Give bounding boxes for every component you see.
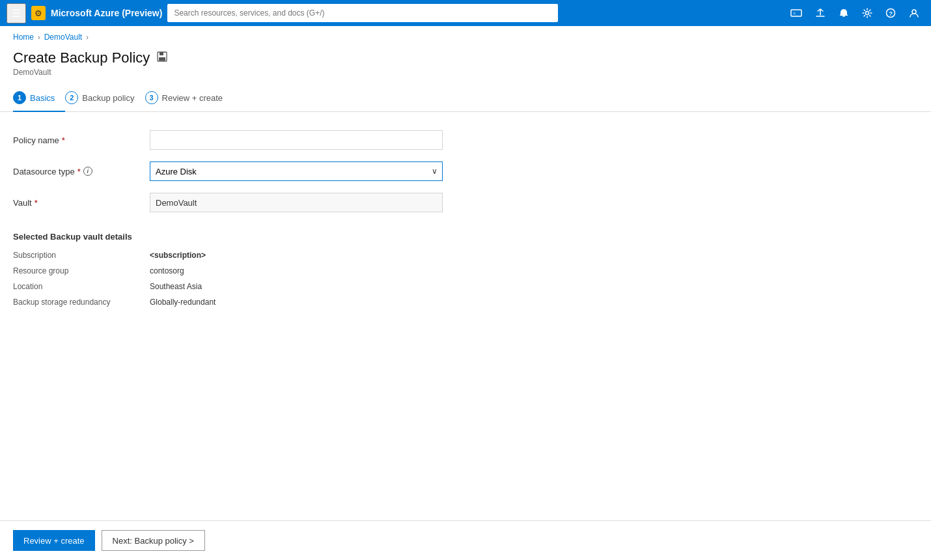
datasource-type-row: Datasource type * i Azure Disk Azure Blo…: [13, 161, 508, 181]
bottom-action-bar: Review + create Next: Backup policy >: [0, 520, 931, 560]
notifications-button[interactable]: [833, 4, 854, 22]
vault-details-title: Selected Backup vault details: [13, 232, 508, 242]
tab-backup-policy-label: Backup policy: [82, 93, 134, 103]
vault-required: *: [35, 198, 38, 208]
datasource-info-icon[interactable]: i: [83, 167, 92, 176]
breadcrumb-home[interactable]: Home: [13, 33, 34, 42]
breadcrumb-sep-2: ›: [86, 33, 89, 41]
detail-redundancy-value: Globally-redundant: [150, 298, 215, 307]
save-icon[interactable]: [156, 51, 168, 65]
tab-review-create[interactable]: 3 Review + create: [145, 85, 234, 112]
policy-name-input[interactable]: [150, 130, 443, 150]
policy-name-row: Policy name *: [13, 130, 508, 150]
vault-details-section: Selected Backup vault details Subscripti…: [13, 232, 508, 307]
detail-location-label: Location: [13, 282, 143, 291]
review-create-button[interactable]: Review + create: [13, 530, 95, 551]
tab-number-2: 2: [65, 91, 78, 104]
app-title: Microsoft Azure (Preview): [51, 8, 162, 18]
topnav-actions: >_ ?: [785, 3, 924, 23]
detail-subscription-row: Subscription <subscription>: [13, 251, 508, 260]
detail-subscription-value: <subscription>: [150, 251, 206, 260]
vault-row: Vault * DemoVault: [13, 193, 508, 212]
svg-rect-8: [159, 57, 165, 61]
tab-review-create-label: Review + create: [162, 93, 223, 103]
settings-button[interactable]: [857, 4, 878, 22]
detail-redundancy-label: Backup storage redundancy: [13, 298, 143, 307]
svg-text:>_: >_: [793, 11, 798, 16]
detail-resourcegroup-label: Resource group: [13, 266, 143, 275]
form-section: Policy name * Datasource type * i Azure …: [13, 130, 508, 307]
main-content: Home › DemoVault › Create Backup Policy …: [0, 26, 931, 560]
breadcrumb-sep-1: ›: [38, 33, 40, 41]
tab-basics-label: Basics: [30, 93, 55, 103]
policy-name-required: *: [62, 135, 65, 145]
breadcrumb: Home › DemoVault ›: [0, 26, 931, 44]
upload-button[interactable]: [810, 4, 831, 22]
datasource-required: *: [77, 167, 81, 176]
top-navigation: ☰ ⚙ Microsoft Azure (Preview) >_ ?: [0, 0, 931, 26]
detail-resourcegroup-row: Resource group contosorg: [13, 266, 508, 275]
cloud-shell-button[interactable]: >_: [785, 3, 807, 23]
page-header: Create Backup Policy DemoVault: [0, 44, 931, 85]
svg-point-5: [912, 10, 916, 14]
tab-backup-policy[interactable]: 2 Backup policy: [65, 85, 145, 112]
detail-subscription-label: Subscription: [13, 251, 143, 260]
account-button[interactable]: [904, 4, 924, 22]
policy-name-label: Policy name *: [13, 135, 143, 145]
help-button[interactable]: ?: [880, 4, 901, 22]
global-search-input[interactable]: [167, 4, 558, 22]
detail-location-row: Location Southeast Asia: [13, 282, 508, 291]
hamburger-menu-button[interactable]: ☰: [7, 3, 26, 23]
datasource-type-label: Datasource type * i: [13, 167, 143, 176]
breadcrumb-demovault[interactable]: DemoVault: [44, 33, 82, 42]
content-area: Policy name * Datasource type * i Azure …: [0, 112, 931, 520]
detail-resourcegroup-value: contosorg: [150, 266, 184, 275]
vault-label: Vault *: [13, 198, 143, 208]
azure-icon: ⚙: [31, 6, 46, 20]
datasource-type-select[interactable]: Azure Disk Azure Blobs Azure Database fo…: [150, 161, 443, 181]
page-subtitle: DemoVault: [13, 68, 918, 77]
svg-rect-7: [160, 52, 163, 55]
tab-number-1: 1: [13, 91, 26, 104]
datasource-select-wrapper: Azure Disk Azure Blobs Azure Database fo…: [150, 161, 443, 181]
svg-point-2: [866, 12, 869, 15]
tabs-container: 1 Basics 2 Backup policy 3 Review + crea…: [0, 85, 931, 112]
detail-redundancy-row: Backup storage redundancy Globally-redun…: [13, 298, 508, 307]
tab-number-3: 3: [145, 91, 158, 104]
next-button[interactable]: Next: Backup policy >: [102, 530, 205, 551]
vault-value: DemoVault: [150, 193, 443, 212]
page-title: Create Backup Policy: [13, 49, 150, 66]
svg-text:?: ?: [889, 10, 893, 17]
tab-basics[interactable]: 1 Basics: [13, 85, 65, 112]
detail-location-value: Southeast Asia: [150, 282, 202, 291]
